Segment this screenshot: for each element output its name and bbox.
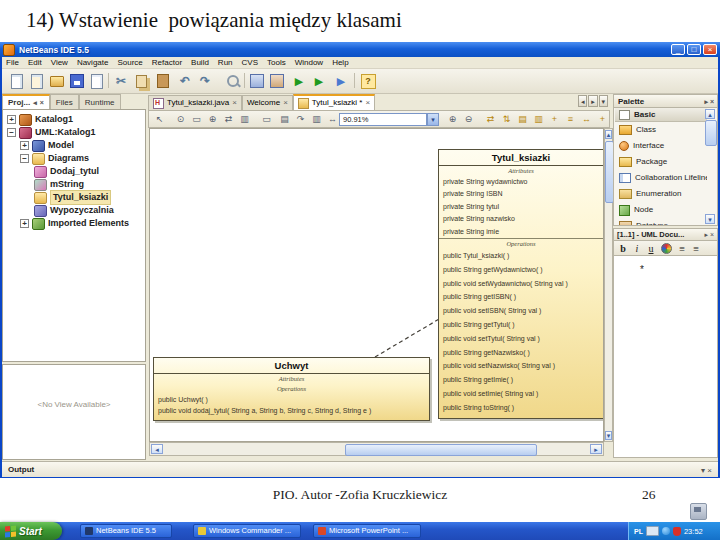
undo-icon[interactable]: ↶: [176, 72, 194, 90]
palette-item-node[interactable]: Node: [615, 203, 707, 217]
editor-tab-java[interactable]: H Tytul_ksiazki.java ×: [148, 95, 242, 110]
palette-item-package[interactable]: Package: [615, 155, 707, 169]
font-color-icon[interactable]: [661, 243, 672, 254]
select-tool-icon[interactable]: ↖: [152, 113, 167, 126]
taskbar-item-powerpoint[interactable]: Microsoft PowerPoint ...: [313, 524, 421, 538]
expand-icon[interactable]: +: [20, 219, 29, 228]
tab-close-icon[interactable]: ×: [365, 96, 370, 110]
zoom-level-combobox[interactable]: 90.91%: [339, 113, 427, 126]
close-button[interactable]: ×: [703, 44, 717, 55]
tab-files[interactable]: Files: [50, 94, 79, 109]
palette-close-icon[interactable]: ×: [710, 98, 714, 105]
palette-item-collaboration-lifeline[interactable]: Collaboration Lifeline: [615, 171, 707, 185]
window-titlebar[interactable]: NetBeans IDE 5.5 _ □ ×: [0, 42, 720, 57]
doc-close-icon[interactable]: ×: [710, 231, 714, 238]
build-project-icon[interactable]: [248, 72, 266, 90]
zoom-out-icon[interactable]: ⊖: [461, 113, 476, 126]
pan-tool-icon[interactable]: ⊙: [173, 113, 188, 126]
taskbar-item-netbeans[interactable]: NetBeans IDE 5.5: [80, 524, 172, 538]
language-indicator[interactable]: PL: [634, 528, 643, 535]
cut-icon[interactable]: ✂: [112, 72, 130, 90]
editor-tab-diagram[interactable]: Tytul_ksiazki * ×: [293, 94, 375, 110]
collapse-icon[interactable]: −: [7, 128, 16, 137]
palette-item-enumeration[interactable]: Enumeration: [615, 187, 707, 201]
search-icon[interactable]: [224, 72, 242, 90]
uml-documentation-body[interactable]: *: [613, 256, 718, 458]
taskbar-item-windows-commander[interactable]: Windows Commander ...: [193, 524, 301, 538]
zoom-dropdown-icon[interactable]: ▾: [427, 113, 439, 126]
run-project-icon[interactable]: ▶: [290, 72, 308, 90]
redo-icon[interactable]: ↷: [196, 72, 214, 90]
menu-tools[interactable]: Tools: [267, 58, 286, 67]
uml-class-tytul-ksiazki[interactable]: Tytul_ksiazki Attributes private String …: [438, 149, 604, 419]
paste-icon[interactable]: [154, 72, 172, 90]
output-menu-icon[interactable]: ▾: [701, 466, 705, 475]
layout-incremental-icon[interactable]: +: [595, 113, 610, 126]
menu-cvs[interactable]: CVS: [242, 58, 258, 67]
antivirus-tray-icon[interactable]: [673, 527, 681, 536]
tree-item-wypozyczalnia[interactable]: Wypozyczalnia: [34, 204, 114, 217]
scroll-thumb[interactable]: [345, 444, 537, 456]
messenger-tray-icon[interactable]: [662, 527, 670, 535]
menu-view[interactable]: View: [51, 58, 68, 67]
scroll-up-icon[interactable]: ▴: [605, 130, 612, 139]
run-file-icon[interactable]: ▶: [310, 72, 328, 90]
move-backward-icon[interactable]: ⇅: [499, 113, 514, 126]
panel-close-icon[interactable]: ×: [40, 95, 44, 110]
scroll-up-icon[interactable]: ▴: [705, 109, 715, 119]
move-forward-icon[interactable]: ⇄: [483, 113, 498, 126]
layout-orthogonal-icon[interactable]: ≡: [563, 113, 578, 126]
scroll-down-icon[interactable]: ▾: [705, 214, 715, 224]
bring-to-front-icon[interactable]: ▤: [515, 113, 530, 126]
start-button[interactable]: Start: [0, 522, 62, 540]
new-project-icon[interactable]: [28, 72, 46, 90]
diagram-canvas[interactable]: Tytul_ksiazki Attributes private String …: [149, 128, 604, 442]
scroll-left-icon[interactable]: ◂: [151, 444, 163, 454]
palette-item-datatype[interactable]: Datatype: [615, 219, 707, 226]
keyboard-icon[interactable]: [646, 526, 659, 536]
open-file-icon[interactable]: [88, 72, 106, 90]
zoom-interactive-icon[interactable]: ⊕: [205, 113, 220, 126]
scroll-right-icon[interactable]: ▸: [590, 444, 602, 454]
panel-float-icon[interactable]: ◂: [33, 95, 37, 110]
navigate-link-icon[interactable]: ⇄: [221, 113, 236, 126]
new-file-icon[interactable]: [8, 72, 26, 90]
debug-project-icon[interactable]: ▶: [332, 72, 350, 90]
maximize-editor-icon[interactable]: ▾: [599, 95, 608, 107]
palette-header[interactable]: Palette ▸ ×: [613, 94, 718, 108]
tree-item-katalog1[interactable]: + Katalog1: [7, 113, 73, 126]
taskbar-clock[interactable]: 23:52: [684, 527, 703, 536]
menu-source[interactable]: Source: [117, 58, 142, 67]
desktop-shortcut-icon[interactable]: [690, 503, 707, 520]
underline-button[interactable]: u: [647, 243, 655, 254]
expand-icon[interactable]: +: [7, 115, 16, 124]
open-project-icon[interactable]: [48, 72, 66, 90]
tree-item-uml-katalog1[interactable]: − UML:Katalog1: [7, 126, 96, 139]
menu-window[interactable]: Window: [295, 58, 323, 67]
italic-button[interactable]: i: [633, 243, 641, 254]
uml-class-uchwyt[interactable]: Uchwyt Attributes Operations public Uchw…: [153, 357, 430, 421]
layout-hierarchical-icon[interactable]: +: [547, 113, 562, 126]
send-to-back-icon[interactable]: ▥: [531, 113, 546, 126]
tree-item-dodaj-tytul[interactable]: Dodaj_tytul: [34, 165, 99, 178]
palette-category-basic[interactable]: Basic: [615, 108, 707, 122]
projects-tree[interactable]: + Katalog1 − UML:Katalog1 + Model − Diag…: [2, 109, 146, 362]
menu-navigate[interactable]: Navigate: [77, 58, 109, 67]
scroll-tabs-right-icon[interactable]: ▸: [588, 95, 597, 107]
palette-scrollbar[interactable]: ▴ ▾: [705, 109, 717, 225]
tab-close-icon[interactable]: ×: [232, 96, 237, 110]
tree-item-tytul-ksiazki[interactable]: Tytul_ksiazki: [34, 191, 111, 204]
bold-button[interactable]: b: [619, 243, 627, 254]
palette-item-class[interactable]: Class: [615, 123, 707, 137]
sync-diagram-icon[interactable]: ↷: [293, 113, 308, 126]
zoom-in-icon[interactable]: ⊕: [445, 113, 460, 126]
align-left-icon[interactable]: ≡: [678, 243, 686, 254]
align-justify-icon[interactable]: ≡: [692, 243, 700, 254]
menu-file[interactable]: File: [6, 58, 19, 67]
scroll-thumb[interactable]: [705, 120, 717, 146]
tree-item-imported-elements[interactable]: + Imported Elements: [20, 217, 129, 230]
zoom-area-icon[interactable]: ▭: [189, 113, 204, 126]
layout-symmetric-icon[interactable]: ↔: [579, 113, 594, 126]
menu-build[interactable]: Build: [191, 58, 209, 67]
export-image-icon[interactable]: ▥: [309, 113, 324, 126]
